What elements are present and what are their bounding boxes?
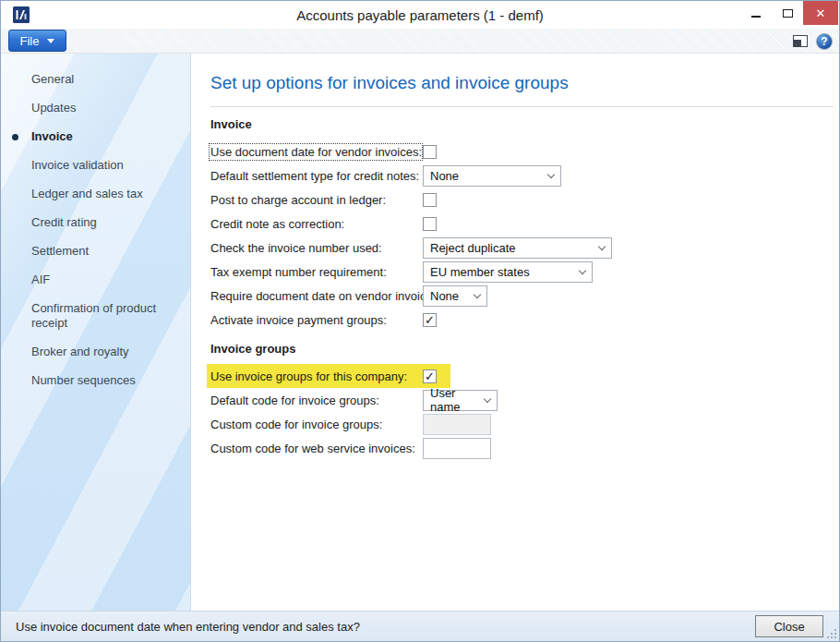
sidebar-item-label: AIF	[31, 273, 50, 286]
resize-grip[interactable]	[828, 630, 836, 638]
sidebar-item-broker-and-royalty[interactable]: Broker and royalty	[1, 338, 190, 367]
sidebar-item-label: Broker and royalty	[31, 345, 129, 358]
file-menu-button[interactable]: File	[8, 30, 66, 52]
form-row-custom-code-for-web-service-invoices: Custom code for web service invoices:	[210, 436, 834, 460]
select-value: EU member states	[430, 265, 530, 279]
sidebar: GeneralUpdatesInvoiceInvoice validationL…	[1, 54, 191, 611]
custom-code-for-web-service-invoices-input[interactable]	[423, 438, 491, 459]
chevron-down-icon	[474, 290, 481, 297]
maximize-button[interactable]	[772, 1, 803, 25]
chevron-down-icon	[547, 170, 555, 177]
tax-exempt-number-requirement-label: Tax exempt number requirement:	[210, 265, 423, 279]
form-row-default-code-for-invoice-groups: Default code for invoice groups:User nam…	[210, 388, 834, 412]
close-button[interactable]: Close	[755, 615, 823, 637]
sidebar-item-ledger-and-sales-tax[interactable]: Ledger and sales tax	[1, 180, 190, 209]
sidebar-item-label: Invoice	[31, 129, 73, 143]
sidebar-item-number-sequences[interactable]: Number sequences	[1, 367, 190, 395]
select-value: None	[430, 289, 459, 303]
sidebar-item-updates[interactable]: Updates	[1, 94, 190, 123]
form-row-use-invoice-groups-for-this-company: Use invoice groups for this company:✓	[207, 364, 450, 388]
title-bar: Accounts payable parameters (1 - demf) ✕	[1, 1, 839, 29]
activate-invoice-payment-groups-label: Activate invoice payment groups:	[210, 313, 423, 327]
require-document-date-on-vendor-invoice-select[interactable]: None	[423, 285, 487, 307]
status-bar: Use invoice document date when entering …	[1, 611, 839, 641]
select-value: User name	[430, 386, 485, 414]
toolbar-right: ?	[793, 29, 833, 54]
default-code-for-invoice-groups-label: Default code for invoice groups:	[210, 394, 423, 407]
sidebar-item-label: Number sequences	[31, 373, 136, 387]
chevron-down-icon	[598, 242, 606, 249]
sidebar-item-label: Updates	[31, 101, 76, 115]
form-row-require-document-date-on-vendor-invoice: Require document date on vendor invoice:…	[210, 284, 834, 308]
post-to-charge-account-in-ledger-label: Post to charge account in ledger:	[210, 193, 423, 207]
window-layout-icon[interactable]	[793, 35, 808, 47]
activate-invoice-payment-groups-checkbox[interactable]: ✓	[423, 313, 437, 327]
window-title: Accounts payable parameters (1 - demf)	[1, 7, 839, 23]
custom-code-for-invoice-groups-label: Custom code for invoice groups:	[210, 418, 423, 431]
sidebar-item-label: Ledger and sales tax	[31, 187, 143, 200]
custom-code-for-invoice-groups-input[interactable]	[423, 414, 491, 435]
select-value: Reject duplicate	[430, 241, 516, 255]
sidebar-item-settlement[interactable]: Settlement	[1, 237, 190, 266]
selected-bullet-icon	[12, 134, 18, 140]
form-row-activate-invoice-payment-groups: Activate invoice payment groups:✓	[210, 308, 834, 332]
default-settlement-type-for-credit-notes-label: Default settlement type for credit notes…	[210, 169, 423, 183]
form-row-check-the-invoice-number-used: Check the invoice number used:Reject dup…	[210, 236, 834, 260]
close-icon: ✕	[816, 6, 826, 20]
form-row-credit-note-as-correction: Credit note as correction:	[210, 212, 834, 236]
sidebar-item-label: Confirmation of product receipt	[31, 301, 156, 330]
sidebar-item-label: Settlement	[31, 244, 89, 258]
chevron-down-icon	[579, 266, 586, 273]
minimize-button[interactable]	[740, 1, 772, 25]
form-row-default-settlement-type-for-credit-notes: Default settlement type for credit notes…	[210, 164, 834, 188]
default-code-for-invoice-groups-select[interactable]: User name	[423, 390, 498, 411]
maximize-icon	[783, 9, 793, 18]
require-document-date-on-vendor-invoice-label: Require document date on vendor invoice:	[210, 289, 423, 303]
help-glyph: ?	[821, 35, 827, 48]
body-area: GeneralUpdatesInvoiceInvoice validationL…	[1, 54, 839, 611]
sidebar-item-label: Credit rating	[31, 215, 97, 229]
minimize-icon	[751, 16, 761, 18]
use-invoice-groups-for-this-company-checkbox[interactable]: ✓	[423, 369, 437, 383]
close-button-label: Close	[774, 620, 804, 634]
form-row-post-to-charge-account-in-ledger: Post to charge account in ledger:	[210, 188, 834, 212]
status-help-text: Use invoice document date when entering …	[16, 620, 360, 634]
tax-exempt-number-requirement-select[interactable]: EU member states	[423, 261, 593, 283]
sidebar-item-invoice[interactable]: Invoice	[1, 123, 190, 151]
section-title-invoice-groups: Invoice groups	[210, 342, 834, 356]
custom-code-for-web-service-invoices-label: Custom code for web service invoices:	[210, 442, 423, 455]
app-icon	[13, 6, 30, 23]
credit-note-as-correction-label: Credit note as correction:	[210, 217, 423, 231]
credit-note-as-correction-checkbox[interactable]	[423, 217, 437, 231]
page-title: Set up options for invoices and invoice …	[210, 73, 834, 93]
use-document-date-for-vendor-invoices-label: Use document date for vendor invoices:	[210, 145, 421, 159]
chevron-down-icon	[484, 394, 491, 402]
form-area: InvoiceUse document date for vendor invo…	[210, 117, 834, 460]
sidebar-item-aif[interactable]: AIF	[1, 266, 190, 295]
use-invoice-groups-for-this-company-label: Use invoice groups for this company:	[210, 369, 423, 383]
select-value: None	[430, 169, 459, 183]
use-document-date-for-vendor-invoices-checkbox[interactable]	[423, 145, 437, 159]
file-menu-label: File	[20, 34, 40, 48]
close-window-button[interactable]: ✕	[803, 1, 838, 25]
default-settlement-type-for-credit-notes-select[interactable]: None	[423, 165, 561, 187]
form-row-custom-code-for-invoice-groups: Custom code for invoice groups:	[210, 412, 834, 436]
sidebar-item-label: Invoice validation	[31, 158, 124, 172]
sidebar-item-label: General	[31, 72, 74, 86]
post-to-charge-account-in-ledger-checkbox[interactable]	[423, 193, 437, 207]
sidebar-item-general[interactable]: General	[1, 66, 190, 94]
sidebar-item-confirmation-of-product-receipt[interactable]: Confirmation of product receipt	[1, 295, 190, 338]
form-row-tax-exempt-number-requirement: Tax exempt number requirement:EU member …	[210, 260, 834, 284]
check-the-invoice-number-used-label: Check the invoice number used:	[210, 241, 423, 255]
sidebar-item-invoice-validation[interactable]: Invoice validation	[1, 151, 190, 180]
content-pane: Set up options for invoices and invoice …	[191, 54, 839, 611]
toolbar: File ?	[1, 29, 839, 54]
form-row-use-document-date-for-vendor-invoices: Use document date for vendor invoices:	[210, 139, 834, 164]
window-controls: ✕	[740, 1, 838, 25]
help-icon[interactable]: ?	[816, 33, 833, 50]
section-title-invoice: Invoice	[210, 117, 834, 131]
sidebar-item-credit-rating[interactable]: Credit rating	[1, 209, 190, 237]
check-the-invoice-number-used-select[interactable]: Reject duplicate	[423, 237, 612, 259]
separator-line	[210, 106, 834, 107]
accounts-payable-parameters-window: Accounts payable parameters (1 - demf) ✕…	[0, 0, 840, 642]
